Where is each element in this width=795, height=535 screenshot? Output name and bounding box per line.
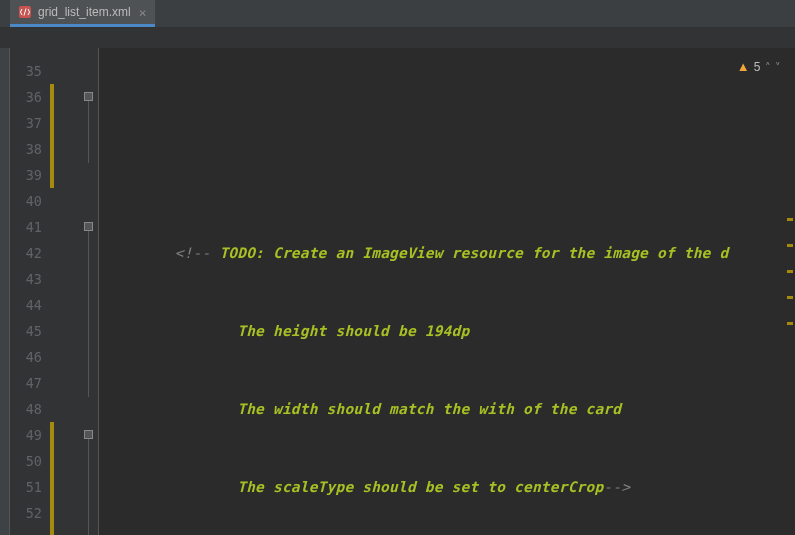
code-line[interactable]: The scaleType should be set to centerCro…	[99, 474, 795, 500]
line-number: 40	[10, 188, 42, 214]
chevron-down-icon[interactable]: ˅	[775, 54, 781, 80]
fold-line	[88, 439, 89, 535]
tab-bar-left	[0, 0, 10, 27]
line-number: 36	[10, 84, 42, 110]
code-line[interactable]: The height should be 194dp	[99, 318, 795, 344]
warning-icon: ▲	[737, 54, 750, 80]
line-number: 49	[10, 422, 42, 448]
line-number: 52	[10, 500, 42, 526]
fold-line	[88, 231, 89, 397]
warning-marker[interactable]	[787, 218, 793, 221]
change-marker	[50, 84, 54, 188]
line-number: 51	[10, 474, 42, 500]
line-number: 35	[10, 58, 42, 84]
inspection-summary[interactable]: ▲ 5 ˄ ˅	[737, 54, 781, 80]
left-margin	[0, 48, 10, 535]
editor-tab[interactable]: grid_list_item.xml ×	[10, 0, 155, 27]
line-number: 42	[10, 240, 42, 266]
fold-toggle-icon[interactable]	[84, 92, 93, 101]
line-number: 46	[10, 344, 42, 370]
tab-bar: grid_list_item.xml ×	[0, 0, 795, 28]
line-number: 43	[10, 266, 42, 292]
line-number: 37	[10, 110, 42, 136]
fold-toggle-icon[interactable]	[84, 430, 93, 439]
line-number: 45	[10, 318, 42, 344]
marker-rail[interactable]	[785, 48, 795, 535]
code-line[interactable]: <!-- TODO: Create an ImageView resource …	[99, 240, 795, 266]
line-number: 47	[10, 370, 42, 396]
code-area[interactable]: ▲ 5 ˄ ˅ <!-- TODO: Create an ImageView r…	[99, 48, 795, 535]
code-line[interactable]	[99, 162, 795, 188]
change-marker	[50, 422, 54, 535]
warning-marker[interactable]	[787, 296, 793, 299]
line-number: 41	[10, 214, 42, 240]
fold-toggle-icon[interactable]	[84, 222, 93, 231]
tab-label: grid_list_item.xml	[38, 5, 131, 19]
warning-marker[interactable]	[787, 244, 793, 247]
warning-count: 5	[754, 54, 761, 80]
line-number: 38	[10, 136, 42, 162]
code-line[interactable]: The width should match the with of the c…	[99, 396, 795, 422]
gutter-icons	[50, 58, 80, 535]
fold-column	[80, 58, 98, 535]
chevron-up-icon[interactable]: ˄	[765, 54, 771, 80]
xml-file-icon	[18, 5, 32, 19]
code-editor[interactable]: 35 36 37 38 39 40 41 42 43 44 45 46 47 4…	[0, 48, 795, 535]
line-numbers: 35 36 37 38 39 40 41 42 43 44 45 46 47 4…	[10, 58, 50, 535]
line-number: 39	[10, 162, 42, 188]
fold-line	[88, 101, 89, 163]
close-icon[interactable]: ×	[137, 5, 149, 20]
line-number: 44	[10, 292, 42, 318]
line-number: 48	[10, 396, 42, 422]
line-number: 50	[10, 448, 42, 474]
warning-marker[interactable]	[787, 322, 793, 325]
gutter: 35 36 37 38 39 40 41 42 43 44 45 46 47 4…	[10, 48, 99, 535]
breadcrumb-bar	[0, 28, 795, 48]
warning-marker[interactable]	[787, 270, 793, 273]
